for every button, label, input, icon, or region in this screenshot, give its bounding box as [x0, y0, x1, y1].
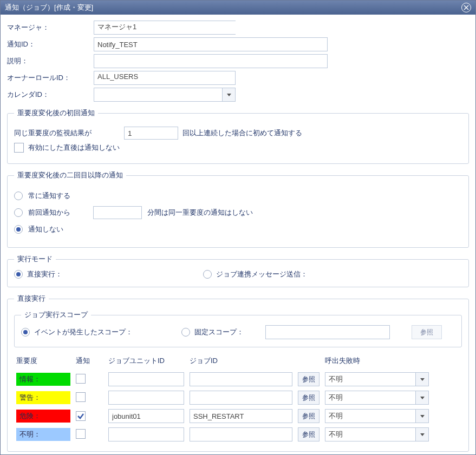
table-row: 不明：参照不明 — [14, 425, 462, 444]
dialog-body: マネージャ： マネージャ1 通知ID： 説明： オーナーロールID： ALL_U… — [1, 15, 475, 455]
col-onfail: 呼出失敗時 — [323, 354, 462, 370]
suppress-checkbox[interactable] — [14, 143, 24, 153]
exec-mode-legend: 実行モード — [14, 254, 56, 264]
ref-button[interactable]: 参照 — [298, 372, 319, 386]
owner-role-input[interactable]: ALL_USERS — [94, 71, 236, 85]
svg-marker-6 — [420, 433, 425, 436]
onfail-combo[interactable]: 不明 — [325, 409, 416, 423]
notify-checkbox[interactable] — [76, 429, 86, 439]
notify-id-label: 通知ID： — [7, 39, 94, 49]
radio-fixed-scope-label: 固定スコープ： — [194, 327, 244, 337]
owner-role-label: オーナーロールID： — [7, 73, 94, 83]
ref-button[interactable]: 参照 — [298, 409, 319, 423]
radio-direct-exec[interactable] — [14, 270, 23, 279]
severity-tag: 危険： — [16, 410, 70, 423]
chevron-down-icon[interactable] — [416, 409, 429, 423]
col-jobid: ジョブID — [187, 354, 296, 370]
group-first-legend: 重要度変化後の初回通知 — [14, 108, 98, 118]
radio-fixed-scope[interactable] — [181, 328, 190, 337]
radio-link-msg[interactable] — [203, 270, 212, 279]
interval-input[interactable] — [93, 206, 142, 219]
opt-never-row: 通知しない — [14, 225, 462, 234]
calendar-label: カレンダID： — [7, 90, 94, 100]
opt-always-row: 常に通知する — [14, 191, 462, 201]
col-jobunit: ジョブユニットID — [106, 354, 187, 370]
row-calendar: カレンダID： — [7, 88, 469, 102]
manager-label: マネージャ： — [7, 23, 94, 32]
radio-always-label: 常に通知する — [28, 191, 70, 201]
table-row: 情報：参照不明 — [14, 370, 462, 388]
row-description: 説明： — [7, 54, 469, 68]
scope-row: イベントが発生したスコープ： 固定スコープ： 参照 — [21, 325, 455, 339]
row-manager: マネージャ： マネージャ1 — [7, 21, 469, 35]
col-severity: 重要度 — [14, 354, 74, 370]
ref-button[interactable]: 参照 — [298, 427, 319, 441]
jobid-input[interactable] — [190, 427, 292, 441]
jobid-input[interactable] — [190, 372, 292, 386]
col-notify: 通知 — [74, 354, 106, 370]
job-scope-legend: ジョブ実行スコープ — [21, 310, 91, 320]
ref-button[interactable]: 参照 — [298, 391, 319, 405]
calendar-dropdown-icon[interactable] — [223, 88, 236, 102]
onfail-combo[interactable]: 不明 — [325, 372, 416, 386]
radio-direct-exec-label: 直接実行： — [27, 269, 62, 279]
chevron-down-icon[interactable] — [416, 427, 429, 441]
dialog-window: 通知（ジョブ）[作成・変更] マネージャ： マネージャ1 通知ID： 説明： オ… — [0, 0, 476, 455]
first-count-pre: 同じ重要度の監視結果が — [14, 128, 120, 138]
svg-marker-2 — [227, 94, 231, 96]
radio-event-scope[interactable] — [21, 328, 30, 337]
severity-tag: 情報： — [16, 373, 70, 386]
group-job-scope: ジョブ実行スコープ イベントが発生したスコープ： 固定スコープ： 参照 — [14, 310, 462, 347]
svg-marker-3 — [420, 378, 425, 381]
severity-table: 重要度 通知 ジョブユニットID ジョブID 呼出失敗時 情報：参照不明警告：参… — [14, 354, 462, 444]
jobunit-input[interactable] — [108, 409, 184, 423]
group-first-notify: 重要度変化後の初回通知 同じ重要度の監視結果が 回以上連続した場合に初めて通知す… — [7, 108, 469, 164]
jobid-input[interactable] — [190, 409, 292, 423]
svg-marker-4 — [420, 397, 425, 399]
group-exec-mode: 実行モード 直接実行： ジョブ連携メッセージ送信： — [7, 254, 469, 287]
manager-input[interactable]: マネージャ1 — [94, 21, 236, 35]
radio-interval-post: 分間は同一重要度の通知はしない — [147, 208, 253, 217]
close-icon[interactable] — [461, 3, 471, 12]
jobunit-input[interactable] — [108, 427, 184, 441]
suppress-label: 有効にした直後は通知しない — [28, 143, 120, 153]
jobid-input[interactable] — [190, 391, 292, 405]
chevron-down-icon[interactable] — [416, 372, 429, 386]
calendar-combo[interactable] — [94, 88, 223, 102]
onfail-combo[interactable]: 不明 — [325, 391, 416, 405]
radio-never-label: 通知しない — [28, 225, 63, 234]
notify-checkbox[interactable] — [76, 374, 86, 384]
radio-link-msg-label: ジョブ連携メッセージ送信： — [216, 269, 308, 279]
severity-tag: 不明： — [16, 428, 70, 441]
notify-checkbox[interactable] — [76, 411, 86, 421]
notify-id-input[interactable] — [94, 37, 328, 51]
description-label: 説明： — [7, 56, 94, 66]
radio-event-scope-label: イベントが発生したスコープ： — [34, 327, 133, 337]
opt-interval-row: 前回通知から 分間は同一重要度の通知はしない — [14, 206, 462, 219]
row-notify-id: 通知ID： — [7, 37, 469, 51]
first-count-row: 同じ重要度の監視結果が 回以上連続した場合に初めて通知する — [14, 127, 462, 140]
row-owner-role: オーナーロールID： ALL_USERS — [7, 71, 469, 85]
titlebar: 通知（ジョブ）[作成・変更] — [1, 1, 475, 15]
radio-always[interactable] — [14, 192, 23, 200]
svg-marker-5 — [420, 415, 425, 418]
first-count-input[interactable] — [124, 127, 178, 140]
radio-never[interactable] — [14, 225, 23, 234]
group-second-notify: 重要度変化後の二回目以降の通知 常に通知する 前回通知から 分間は同一重要度の通… — [7, 170, 469, 248]
chevron-down-icon[interactable] — [416, 391, 429, 405]
severity-tag: 警告： — [16, 391, 70, 404]
onfail-combo[interactable]: 不明 — [325, 427, 416, 441]
first-suppress-row: 有効にした直後は通知しない — [14, 143, 462, 153]
jobunit-input[interactable] — [108, 372, 184, 386]
dialog-title: 通知（ジョブ）[作成・変更] — [5, 3, 93, 12]
notify-checkbox[interactable] — [76, 392, 86, 402]
radio-interval[interactable] — [14, 208, 23, 217]
fixed-scope-input[interactable] — [265, 325, 390, 339]
direct-exec-legend: 直接実行 — [14, 294, 49, 304]
fixed-scope-ref-button[interactable]: 参照 — [412, 325, 442, 339]
description-input[interactable] — [94, 54, 328, 68]
jobunit-input[interactable] — [108, 391, 184, 405]
exec-mode-row: 直接実行： ジョブ連携メッセージ送信： — [14, 269, 462, 279]
group-second-legend: 重要度変化後の二回目以降の通知 — [14, 170, 126, 180]
group-direct-exec: 直接実行 ジョブ実行スコープ イベントが発生したスコープ： 固定スコープ： 参照 — [7, 294, 469, 452]
